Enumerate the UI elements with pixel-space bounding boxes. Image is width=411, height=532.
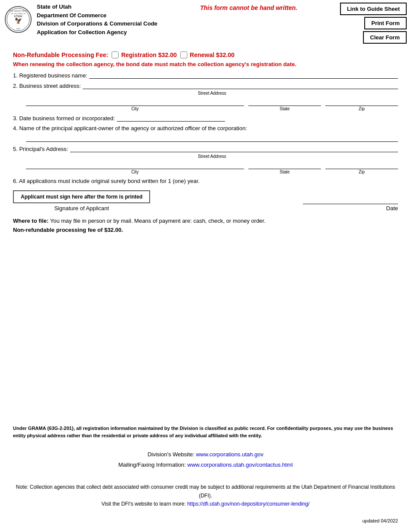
field4-input[interactable] xyxy=(26,135,398,142)
footer-note-text: Note: Collection agencies that collect d… xyxy=(16,484,395,498)
svg-text:THE GREAT SEAL: THE GREAT SEAL xyxy=(9,10,28,12)
website-link[interactable]: www.corporations.utah.gov xyxy=(196,451,263,458)
field5-section: 5. Principal's Address: Street Address C… xyxy=(13,145,398,174)
clear-form-button[interactable]: Clear Form xyxy=(363,31,407,44)
utah-seal: THE GREAT SEAL OF THE STATE OF UTAH 🦅 18… xyxy=(4,6,32,34)
agency-info: State of Utah Department Of Commerce Div… xyxy=(37,3,157,36)
cannot-handwritten-notice: This form cannot be hand written. xyxy=(200,3,297,11)
date-input[interactable] xyxy=(303,197,398,204)
field5-state-input[interactable] xyxy=(248,162,321,169)
footer-updated: updated 04/2022 xyxy=(362,518,398,523)
agency-line2: Department Of Commerce xyxy=(37,11,157,20)
registration-checkbox-group: Registration $32.00 xyxy=(112,51,177,58)
field5-city-state-zip: City State Zip xyxy=(26,162,398,174)
field2-city-input[interactable] xyxy=(26,99,244,106)
mailing-line: Mailing/Faxing Information: www.corporat… xyxy=(0,461,411,468)
grama-text: Under GRAMA {63G-2-201}, all registratio… xyxy=(13,425,398,439)
registration-checkbox[interactable] xyxy=(112,51,119,58)
sign-left: Applicant must sign here after the form … xyxy=(13,190,150,212)
field2-state-caption: State xyxy=(248,106,321,111)
header-middle: This form cannot be hand written. xyxy=(157,3,340,11)
field5-city-input[interactable] xyxy=(26,162,244,169)
field2-city-wrap: City xyxy=(26,99,244,111)
mailing-label: Mailing/Faxing Information: xyxy=(118,461,187,468)
field2-address-block: Street Address City State Zip xyxy=(26,91,398,111)
field5-street-caption: Street Address xyxy=(26,154,398,159)
field5-city-wrap: City xyxy=(26,162,244,174)
field5-street-input[interactable] xyxy=(70,145,398,152)
field6-row: 6. All applications must include origina… xyxy=(13,178,398,184)
field3-label: 3. Date business formed or incorporated: xyxy=(13,115,115,122)
agency-line1: State of Utah xyxy=(37,3,157,11)
registration-label: Registration $32.00 xyxy=(121,51,177,58)
date-caption: Date xyxy=(386,205,398,212)
where-to-file-label: Where to file: xyxy=(13,218,48,224)
sign-button[interactable]: Applicant must sign here after the form … xyxy=(13,190,150,203)
field5-row: 5. Principal's Address: xyxy=(13,145,398,152)
fee-line: Non-Refundable Processing Fee: Registrat… xyxy=(13,51,398,58)
field3-section: 3. Date business formed or incorporated: xyxy=(13,115,398,122)
where-to-file-text: You may file in person or by mail. Means… xyxy=(48,218,265,224)
date-field-wrap: Date xyxy=(163,197,398,212)
agency-line4: Application for Collection Agency xyxy=(37,28,157,37)
field2-zip-wrap: Zip xyxy=(325,99,398,111)
where-to-file: Where to file: You may file in person or… xyxy=(13,217,398,235)
field5-city-caption: City xyxy=(26,170,244,174)
field2-street-input[interactable] xyxy=(83,82,398,89)
field2-street-caption: Street Address xyxy=(26,91,398,96)
renewal-checkbox[interactable] xyxy=(180,51,187,58)
field2-city-state-zip: City State Zip xyxy=(26,99,398,111)
field5-label: 5. Principal's Address: xyxy=(13,146,68,152)
renewal-label: Renewal $32.00 xyxy=(190,51,235,58)
svg-text:1896: 1896 xyxy=(16,28,21,30)
field5-state-wrap: State xyxy=(248,162,321,174)
website-label: Division's Website: xyxy=(148,451,196,458)
field2-label: 2. Business street address: xyxy=(13,83,81,89)
renewal-checkbox-group: Renewal $32.00 xyxy=(180,51,235,58)
field1-label: 1. Registered business name: xyxy=(13,72,87,79)
field4-label: 4. Name of the principal applicant-owner… xyxy=(13,125,247,131)
header: THE GREAT SEAL OF THE STATE OF UTAH 🦅 18… xyxy=(0,0,411,44)
svg-text:🦅: 🦅 xyxy=(15,17,22,25)
signature-caption: Signature of Applicant xyxy=(54,205,109,212)
header-right: Link to Guide Sheet Print Form Clear For… xyxy=(340,3,407,44)
field2-zip-caption: Zip xyxy=(325,106,398,111)
fee-label: Non-Refundable Processing Fee: xyxy=(13,51,108,58)
field5-zip-caption: Zip xyxy=(325,170,398,174)
field4-section: 4. Name of the principal applicant-owner… xyxy=(13,125,398,142)
website-line: Division's Website: www.corporations.uta… xyxy=(0,451,411,458)
field2-section: 2. Business street address: Street Addre… xyxy=(13,82,398,111)
where-to-file-bold: Non-refundable processing fee of $32.00. xyxy=(13,227,123,233)
field2-city-caption: City xyxy=(26,106,244,111)
link-guide-button[interactable]: Link to Guide Sheet xyxy=(340,3,407,15)
main-content: Non-Refundable Processing Fee: Registrat… xyxy=(0,44,411,239)
field2-state-input[interactable] xyxy=(248,99,321,106)
field4-input-wrap xyxy=(26,133,398,142)
field1-row: 1. Registered business name: xyxy=(13,72,398,79)
renewal-notice: When renewing the collection agency, the… xyxy=(13,61,398,67)
field2-row: 2. Business street address: xyxy=(13,82,398,89)
field5-address-block: Street Address City State Zip xyxy=(26,154,398,174)
sign-section: Applicant must sign here after the form … xyxy=(13,190,398,212)
field2-state-wrap: State xyxy=(248,99,321,111)
field6-label: 6. All applications must include origina… xyxy=(13,178,199,184)
field3-row: 3. Date business formed or incorporated: xyxy=(13,115,398,122)
field1-input[interactable] xyxy=(89,72,398,79)
footer-note2: Visit the DFI's website to learn more: xyxy=(102,501,187,507)
field2-zip-input[interactable] xyxy=(325,99,398,106)
mailing-link[interactable]: www.corporations.utah.gov/contactus.html xyxy=(187,461,293,468)
field5-zip-input[interactable] xyxy=(325,162,398,169)
header-left: THE GREAT SEAL OF THE STATE OF UTAH 🦅 18… xyxy=(4,3,157,36)
field6-section: 6. All applications must include origina… xyxy=(13,178,398,184)
field3-input[interactable] xyxy=(117,115,225,122)
field4-row: 4. Name of the principal applicant-owner… xyxy=(13,125,398,131)
agency-line3: Division of Corporations & Commercial Co… xyxy=(37,19,157,28)
footer-note: Note: Collection agencies that collect d… xyxy=(13,483,398,508)
dfi-link[interactable]: https://dfi.utah.gov/non-depository/cons… xyxy=(187,501,310,507)
field5-state-caption: State xyxy=(248,170,321,174)
field1-section: 1. Registered business name: xyxy=(13,72,398,79)
print-form-button[interactable]: Print Form xyxy=(364,17,407,29)
field5-zip-wrap: Zip xyxy=(325,162,398,174)
